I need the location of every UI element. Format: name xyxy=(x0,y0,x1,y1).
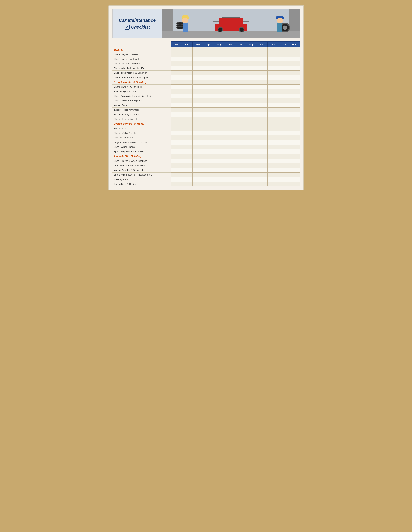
checkbox-cell[interactable] xyxy=(203,159,214,163)
checkbox-cell[interactable] xyxy=(171,75,182,80)
checkbox-cell[interactable] xyxy=(171,168,182,172)
checkbox-cell[interactable] xyxy=(235,98,246,103)
checkbox-cell[interactable] xyxy=(214,61,225,66)
checkbox-cell[interactable] xyxy=(182,135,192,140)
checkbox-cell[interactable] xyxy=(267,140,278,144)
checkbox-cell[interactable] xyxy=(246,61,257,66)
checkbox-cell[interactable] xyxy=(203,52,214,57)
checkbox-cell[interactable] xyxy=(171,52,182,57)
checkbox-cell[interactable] xyxy=(278,85,289,89)
checkbox-cell[interactable] xyxy=(235,163,246,168)
checkbox-cell[interactable] xyxy=(257,94,267,98)
checkbox-cell[interactable] xyxy=(257,75,267,80)
checkbox-cell[interactable] xyxy=(225,75,235,80)
checkbox-cell[interactable] xyxy=(171,144,182,149)
checkbox-cell[interactable] xyxy=(246,57,257,61)
checkbox-cell[interactable] xyxy=(257,66,267,70)
checkbox-cell[interactable] xyxy=(267,112,278,117)
checkbox-cell[interactable] xyxy=(214,135,225,140)
checkbox-cell[interactable] xyxy=(171,159,182,163)
checkbox-cell[interactable] xyxy=(225,172,235,177)
checkbox-cell[interactable] xyxy=(192,112,203,117)
checkbox-cell[interactable] xyxy=(278,61,289,66)
checkbox-cell[interactable] xyxy=(192,66,203,70)
checkbox-cell[interactable] xyxy=(225,168,235,172)
checkbox-cell[interactable] xyxy=(289,89,300,94)
checkbox-cell[interactable] xyxy=(203,140,214,144)
checkbox-cell[interactable] xyxy=(267,103,278,107)
checkbox-cell[interactable] xyxy=(214,94,225,98)
checkbox-cell[interactable] xyxy=(267,144,278,149)
checkbox-cell[interactable] xyxy=(278,57,289,61)
checkbox-cell[interactable] xyxy=(235,135,246,140)
checkbox-cell[interactable] xyxy=(267,75,278,80)
checkbox-cell[interactable] xyxy=(289,112,300,117)
checkbox-cell[interactable] xyxy=(257,126,267,131)
checkbox-cell[interactable] xyxy=(235,85,246,89)
checkbox-cell[interactable] xyxy=(182,112,192,117)
checkbox-cell[interactable] xyxy=(257,98,267,103)
checkbox-cell[interactable] xyxy=(192,168,203,172)
checkbox-cell[interactable] xyxy=(246,117,257,121)
checkbox-cell[interactable] xyxy=(203,163,214,168)
checkbox-cell[interactable] xyxy=(225,89,235,94)
checkbox-cell[interactable] xyxy=(192,159,203,163)
checkbox-cell[interactable] xyxy=(192,57,203,61)
checkbox-cell[interactable] xyxy=(235,107,246,112)
checkbox-cell[interactable] xyxy=(182,57,192,61)
checkbox-cell[interactable] xyxy=(278,163,289,168)
checkbox-cell[interactable] xyxy=(246,52,257,57)
checkbox-cell[interactable] xyxy=(225,159,235,163)
checkbox-cell[interactable] xyxy=(214,89,225,94)
checkbox-cell[interactable] xyxy=(267,57,278,61)
checkbox-cell[interactable] xyxy=(235,131,246,135)
checkbox-cell[interactable] xyxy=(214,98,225,103)
checkbox-cell[interactable] xyxy=(246,75,257,80)
checkbox-cell[interactable] xyxy=(214,107,225,112)
checkbox-cell[interactable] xyxy=(192,131,203,135)
checkbox-cell[interactable] xyxy=(235,172,246,177)
checkbox-cell[interactable] xyxy=(246,103,257,107)
checkbox-cell[interactable] xyxy=(171,89,182,94)
checkbox-cell[interactable] xyxy=(235,66,246,70)
checkbox-cell[interactable] xyxy=(225,177,235,181)
checkbox-cell[interactable] xyxy=(192,177,203,181)
checkbox-cell[interactable] xyxy=(246,89,257,94)
checkbox-cell[interactable] xyxy=(235,112,246,117)
checkbox-cell[interactable] xyxy=(235,94,246,98)
checkbox-cell[interactable] xyxy=(214,149,225,154)
checkbox-cell[interactable] xyxy=(225,61,235,66)
checkbox-cell[interactable] xyxy=(182,61,192,66)
checkbox-cell[interactable] xyxy=(203,75,214,80)
checkbox-cell[interactable] xyxy=(225,66,235,70)
checkbox-cell[interactable] xyxy=(235,75,246,80)
checkbox-cell[interactable] xyxy=(257,89,267,94)
checkbox-cell[interactable] xyxy=(182,94,192,98)
checkbox-cell[interactable] xyxy=(171,135,182,140)
checkbox-cell[interactable] xyxy=(171,140,182,144)
checkbox-cell[interactable] xyxy=(203,103,214,107)
checkbox-cell[interactable] xyxy=(289,85,300,89)
checkbox-cell[interactable] xyxy=(246,98,257,103)
checkbox-cell[interactable] xyxy=(246,126,257,131)
checkbox-cell[interactable] xyxy=(192,85,203,89)
checkbox-cell[interactable] xyxy=(182,168,192,172)
checkbox-cell[interactable] xyxy=(289,144,300,149)
checkbox-cell[interactable] xyxy=(267,85,278,89)
checkbox-cell[interactable] xyxy=(267,61,278,66)
checkbox-cell[interactable] xyxy=(267,107,278,112)
checkbox-cell[interactable] xyxy=(289,61,300,66)
checkbox-cell[interactable] xyxy=(289,177,300,181)
checkbox-cell[interactable] xyxy=(214,163,225,168)
checkbox-cell[interactable] xyxy=(171,126,182,131)
checkbox-cell[interactable] xyxy=(267,52,278,57)
checkbox-cell[interactable] xyxy=(289,75,300,80)
checkbox-cell[interactable] xyxy=(267,159,278,163)
checkbox-cell[interactable] xyxy=(225,98,235,103)
checkbox-cell[interactable] xyxy=(171,181,182,186)
checkbox-cell[interactable] xyxy=(214,75,225,80)
checkbox-cell[interactable] xyxy=(203,149,214,154)
checkbox-cell[interactable] xyxy=(203,107,214,112)
checkbox-cell[interactable] xyxy=(203,168,214,172)
checkbox-cell[interactable] xyxy=(267,168,278,172)
